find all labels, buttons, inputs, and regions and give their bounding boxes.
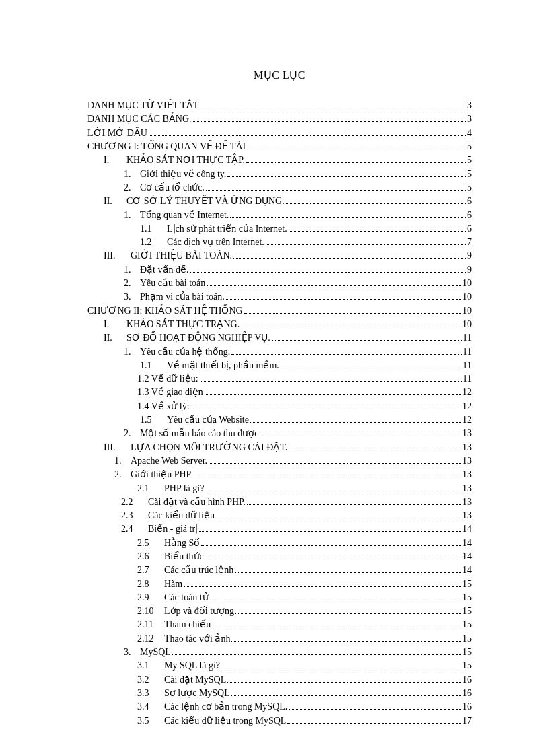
toc-entry: LỜI MỞ ĐẦU4 — [87, 127, 472, 140]
toc-entry-label: 2.10Lớp và đối tượng — [137, 605, 234, 618]
toc-entry-page: 13 — [462, 454, 472, 468]
toc-entry: 2.1PHP là gì?13 — [87, 482, 472, 495]
toc-entry-page: 15 — [462, 618, 472, 631]
toc-entry-text: Yêu cầu của Website — [167, 413, 249, 427]
toc-entry: 2.6Biểu thức14 — [87, 550, 472, 563]
leader-dots — [172, 654, 461, 655]
toc-entry-number: 2.8 — [137, 578, 164, 591]
toc-entry: 1.Yêu cầu của hệ thống.11 — [87, 345, 472, 359]
toc-entry-page: 16 — [462, 673, 472, 687]
toc-entry-text: CƠ SỞ LÝ THUYẾT VÀ ỨNG DỤNG. — [126, 195, 285, 208]
toc-entry-text: My SQL là gì? — [164, 659, 220, 673]
toc-entry: 1.2Các dịch vụ trên Internet.7 — [87, 236, 472, 249]
toc-entry-page: 6 — [467, 195, 472, 208]
toc-entry-label: 3.3Sơ lược MySQL — [137, 687, 230, 700]
toc-entry-text: Cài đặt MySQL — [164, 673, 226, 687]
toc-entry: III.GIỚI THIỆU BÀI TOÁN.9 — [87, 249, 472, 263]
leader-dots — [260, 436, 461, 436]
toc-entry-text: KHẢO SÁT THỰC TRẠNG. — [126, 318, 240, 331]
leader-dots — [247, 504, 461, 505]
toc-entry-number: 1.1 — [140, 359, 167, 372]
toc-entry-text: Các dịch vụ trên Internet. — [167, 236, 264, 249]
toc-entry-number: 1. — [124, 209, 140, 222]
toc-entry-label: CHƯƠNG I: TỔNG QUAN VỀ ĐỀ TÀI — [87, 140, 246, 153]
toc-entry-label: 1.4 Về xử lý: — [137, 400, 190, 413]
toc-entry: 1.Đặt vấn đề.9 — [87, 263, 472, 277]
toc-entry-page: 14 — [462, 522, 472, 536]
leader-dots — [205, 394, 461, 395]
toc-entry-text: Lớp và đối tượng — [164, 605, 234, 618]
toc-entry-number: II. — [104, 331, 126, 345]
leader-dots — [287, 723, 461, 724]
toc-entry-text: Giới thiệu PHP — [131, 468, 191, 481]
toc-entry-label: 2.3Các kiểu dữ liệu — [121, 509, 215, 522]
toc-entry-number: 1. — [124, 263, 140, 277]
toc-entry-page: 14 — [462, 563, 472, 577]
toc-entry-page: 13 — [462, 441, 472, 454]
toc-entry: 2.5Hằng Số14 — [87, 537, 472, 550]
toc-entry-label: 2.5Hằng Số — [137, 537, 200, 550]
toc-entry-text: SƠ ĐỒ HOẠT ĐỘNG NGHIỆP VỤ. — [126, 331, 270, 345]
toc-entry-page: 16 — [462, 700, 472, 714]
toc-entry-page: 5 — [467, 168, 472, 181]
leader-dots — [200, 108, 466, 108]
toc-entry-page: 11 — [463, 372, 472, 386]
toc-entry-text: GIỚI THIỆU BÀI TOÁN. — [131, 249, 232, 263]
toc-entry-label: CHƯƠNG II: KHẢO SÁT HỆ THỐNG — [87, 304, 243, 318]
toc-entry-text: Tham chiếu — [164, 618, 211, 631]
toc-entry-label: II.SƠ ĐỒ HOẠT ĐỘNG NGHIỆP VỤ. — [104, 331, 270, 345]
toc-entry-number: 3.5 — [137, 714, 164, 728]
toc-entry-label: 1.Yêu cầu của hệ thống. — [124, 345, 230, 359]
leader-dots — [207, 285, 461, 286]
toc-entry-text: Phạm vi của bài toán. — [140, 290, 225, 304]
toc-entry-number: 3. — [124, 646, 140, 659]
toc-entry-text: Thao tác với ảnh — [164, 632, 230, 646]
toc-entry: 1.Tổng quan về Internet.6 — [87, 209, 472, 222]
toc-entry-label: 1.1Về mặt thiết bị, phần mềm. — [140, 359, 279, 372]
toc-entry-page: 15 — [462, 591, 472, 605]
toc-entry-text: Các lệnh cơ bản trong MySQL. — [164, 700, 287, 714]
toc-entry-text: 1.3 Về giao diện — [137, 386, 203, 399]
leader-dots — [212, 627, 461, 627]
toc-entry-page: 13 — [462, 482, 472, 495]
leader-dots — [206, 190, 466, 191]
leader-dots — [191, 409, 461, 409]
leader-dots — [247, 149, 466, 149]
toc-entry-number: 2.10 — [137, 605, 164, 618]
toc-entry-text: LỜI MỞ ĐẦU — [87, 127, 147, 140]
toc-entry-text: CHƯƠNG II: KHẢO SÁT HỆ THỐNG — [87, 304, 243, 318]
toc-entry-number: 2.6 — [137, 550, 164, 563]
leader-dots — [227, 682, 461, 683]
toc-entry-number: 3.3 — [137, 687, 164, 700]
toc-entry: III.LỰA CHỌN MÔI TRƯỜNG CÀI ĐẶT.13 — [87, 441, 472, 454]
leader-dots — [184, 586, 461, 587]
toc-entry-text: Sơ lược MySQL — [164, 687, 230, 700]
toc-entry-label: 2.6Biểu thức — [137, 550, 204, 563]
toc-entry-number: 2. — [124, 427, 140, 440]
toc-entry-number: II. — [104, 195, 126, 208]
toc-entry-label: 3.4Các lệnh cơ bản trong MySQL. — [137, 700, 287, 714]
toc-entry: 2.Yêu cầu bài toán10 — [87, 277, 472, 290]
toc-entry: I.KHẢO SÁT NƠI THỰC TẬP.5 — [87, 153, 472, 167]
toc-entry-text: Các cấu trúc lệnh — [164, 563, 233, 577]
toc-entry-text: 1.2 Về dữ liệu: — [137, 372, 198, 386]
toc-entry-page: 15 — [462, 659, 472, 673]
leader-dots — [205, 491, 461, 491]
toc-entry: 3.MySQL15 — [87, 646, 472, 659]
toc-entry-page: 3 — [467, 112, 472, 126]
leader-dots — [210, 600, 461, 600]
toc-entry-page: 9 — [467, 263, 472, 277]
toc-entry-label: 1.3 Về giao diện — [137, 386, 203, 399]
leader-dots — [209, 463, 461, 464]
toc-entry: 1.5Yêu cầu của Website12 — [87, 413, 472, 427]
toc-entry-label: 3.1My SQL là gì? — [137, 659, 220, 673]
toc-entry-page: 13 — [462, 495, 472, 509]
toc-entry-text: Các kiểu dữ liệu — [148, 509, 215, 522]
toc-entry-label: I.KHẢO SÁT NƠI THỰC TẬP. — [104, 153, 245, 167]
leader-dots — [200, 381, 462, 382]
toc-entry: 2.4Biến - giá trị14 — [87, 522, 472, 536]
toc-entry-number: 3.2 — [137, 673, 164, 687]
toc-entry-text: MySQL — [140, 646, 171, 659]
toc-entry-page: 6 — [467, 209, 472, 222]
toc-entry-number: 1.5 — [140, 413, 167, 427]
